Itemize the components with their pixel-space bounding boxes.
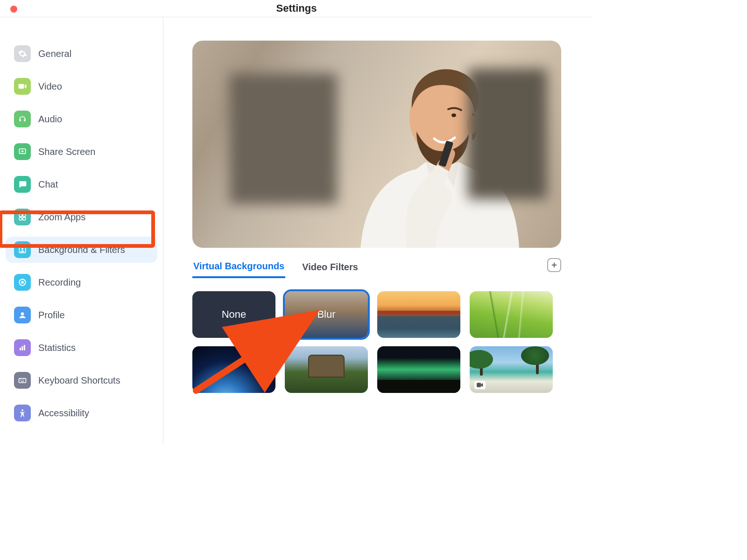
svg-point-15 — [21, 379, 22, 380]
svg-point-6 — [21, 248, 23, 250]
bg-tile-jurassic[interactable] — [285, 346, 368, 393]
sidebar-item-label: Audio — [38, 114, 62, 125]
background-icon — [14, 241, 31, 258]
svg-point-14 — [20, 379, 21, 380]
sidebar-item-audio[interactable]: Audio — [6, 106, 157, 132]
svg-rect-12 — [24, 345, 25, 350]
sidebar-item-chat[interactable]: Chat — [6, 171, 157, 197]
svg-point-21 — [451, 113, 456, 117]
share-screen-icon — [14, 143, 31, 160]
sidebar-item-share-screen[interactable]: Share Screen — [6, 139, 157, 165]
sidebar-item-label: Zoom Apps — [38, 212, 85, 223]
person-illustration — [332, 48, 533, 248]
sidebar-item-label: Accessibility — [38, 408, 89, 419]
svg-point-18 — [21, 409, 23, 411]
sidebar-item-video[interactable]: Video — [6, 73, 157, 99]
accessibility-icon — [14, 405, 31, 421]
sidebar-item-label: Video — [38, 81, 62, 92]
bg-tile-beach[interactable] — [470, 346, 553, 393]
main-panel: Virtual Backgrounds Video Filters + None… — [163, 17, 593, 444]
video-icon — [14, 78, 31, 95]
tile-label: None — [192, 291, 275, 338]
titlebar: Settings — [0, 0, 593, 17]
sidebar-item-zoom-apps[interactable]: Zoom Apps — [6, 204, 157, 230]
sidebar-item-accessibility[interactable]: Accessibility — [6, 400, 157, 426]
record-icon — [14, 274, 31, 291]
sidebar-item-background-filters[interactable]: Background & Filters — [6, 237, 157, 263]
bg-tile-earth[interactable] — [192, 346, 275, 393]
settings-sidebar: General Video Audio Share Screen — [0, 17, 163, 444]
video-badge-icon — [474, 381, 486, 389]
bg-tile-blur[interactable]: Blur — [285, 291, 368, 338]
plus-icon: + — [551, 260, 557, 271]
svg-rect-2 — [23, 214, 26, 217]
apps-icon — [14, 209, 31, 225]
video-badge-icon — [382, 381, 393, 389]
add-background-button[interactable]: + — [547, 258, 561, 272]
tab-video-filters[interactable]: Video Filters — [301, 259, 359, 277]
sidebar-item-label: Background & Filters — [38, 245, 125, 255]
sidebar-item-label: Recording — [38, 277, 81, 288]
tabs: Virtual Backgrounds Video Filters + — [192, 258, 561, 278]
headphones-icon — [14, 111, 31, 127]
sidebar-item-label: General — [38, 49, 71, 59]
video-preview — [192, 41, 561, 248]
sidebar-item-keyboard-shortcuts[interactable]: Keyboard Shortcuts — [6, 367, 157, 393]
tile-label: Blur — [285, 291, 368, 338]
sidebar-item-general[interactable]: General — [6, 41, 157, 67]
svg-rect-3 — [19, 217, 22, 220]
bg-tile-bridge[interactable] — [377, 291, 460, 338]
sidebar-item-recording[interactable]: Recording — [6, 269, 157, 295]
svg-rect-23 — [384, 383, 388, 387]
bg-tile-none[interactable]: None — [192, 291, 275, 338]
profile-icon — [14, 307, 31, 323]
sidebar-item-label: Keyboard Shortcuts — [38, 375, 120, 386]
sidebar-item-profile[interactable]: Profile — [6, 302, 157, 328]
svg-rect-1 — [19, 214, 22, 217]
sidebar-item-label: Profile — [38, 310, 65, 321]
svg-rect-11 — [22, 346, 23, 350]
bg-tile-aurora[interactable] — [377, 346, 460, 393]
backgrounds-grid: None Blur — [192, 291, 570, 393]
stats-icon — [14, 339, 31, 356]
gear-icon — [14, 45, 31, 62]
settings-window: Settings General Video Audio — [0, 0, 593, 444]
svg-rect-17 — [21, 381, 24, 382]
sidebar-item-label: Chat — [38, 179, 58, 190]
chat-icon — [14, 176, 31, 193]
sidebar-item-label: Statistics — [38, 343, 76, 353]
close-window-button[interactable] — [10, 6, 17, 13]
svg-point-20 — [467, 115, 478, 134]
svg-point-16 — [23, 379, 24, 380]
sidebar-item-label: Share Screen — [38, 147, 95, 157]
keyboard-icon — [14, 372, 31, 389]
bg-tile-grass[interactable] — [470, 291, 553, 338]
svg-rect-13 — [19, 378, 26, 383]
svg-point-9 — [21, 312, 24, 315]
sidebar-item-statistics[interactable]: Statistics — [6, 335, 157, 361]
svg-rect-4 — [23, 217, 26, 220]
window-title: Settings — [0, 2, 593, 14]
svg-point-8 — [21, 281, 24, 284]
tab-virtual-backgrounds[interactable]: Virtual Backgrounds — [192, 258, 285, 278]
svg-rect-24 — [477, 383, 481, 387]
svg-rect-10 — [20, 348, 21, 350]
